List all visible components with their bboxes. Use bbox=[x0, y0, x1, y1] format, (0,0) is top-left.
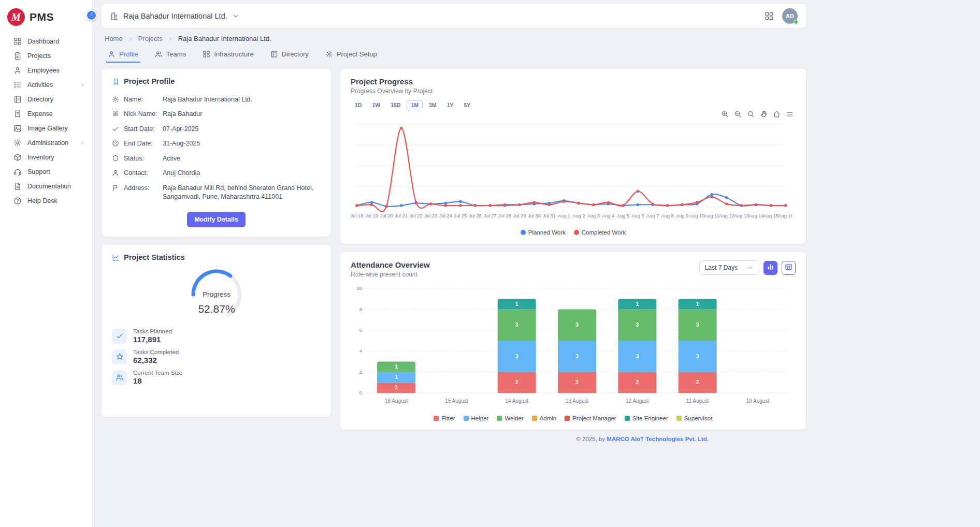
person-icon bbox=[108, 50, 116, 58]
legend-item-admin[interactable]: Admin bbox=[532, 415, 557, 421]
zoom-selection-icon[interactable] bbox=[747, 110, 755, 118]
breadcrumb: HomeProjectsRaja Bahadur International L… bbox=[105, 35, 803, 42]
avatar-initials: AD bbox=[786, 13, 794, 19]
zoom-in-icon[interactable] bbox=[721, 110, 729, 118]
chevron-down-icon bbox=[747, 265, 754, 271]
date-range-select[interactable]: Last 7 Days bbox=[699, 260, 759, 275]
legend-item-project-manager[interactable]: Project Manager bbox=[565, 415, 616, 421]
sidebar-item-dashboard[interactable]: Dashboard bbox=[0, 34, 92, 49]
legend-label: Admin bbox=[540, 415, 557, 421]
legend-marker bbox=[434, 416, 439, 421]
sidebar-collapse-button[interactable] bbox=[86, 10, 97, 21]
company-selector[interactable]: Raja Bahadur International Ltd. bbox=[110, 12, 239, 21]
progress-gauge: Progress52.87% bbox=[112, 265, 321, 325]
logo-text: PMS bbox=[30, 11, 54, 23]
zoom-out-icon[interactable] bbox=[734, 110, 742, 118]
field-value: Active bbox=[163, 154, 321, 164]
sidebar-item-administration[interactable]: Administration bbox=[0, 136, 92, 150]
apps-grid-icon[interactable] bbox=[765, 11, 774, 21]
people-icon bbox=[112, 370, 127, 385]
svg-text:Jul 26: Jul 26 bbox=[469, 213, 482, 218]
card-title: Attendance Overview bbox=[351, 260, 430, 269]
field-value: Raja Bahadur International Ltd. bbox=[163, 95, 321, 105]
sidebar-item-documentation[interactable]: Documentation bbox=[0, 179, 92, 194]
bar-chart-icon bbox=[767, 263, 774, 272]
chevron-left-icon bbox=[89, 11, 95, 19]
check-icon bbox=[112, 329, 127, 344]
chart-menu-icon[interactable] bbox=[786, 110, 794, 118]
reset-zoom-icon[interactable] bbox=[773, 110, 781, 118]
gear-icon bbox=[112, 96, 119, 103]
footer: © 2025, by MARCO AIoT Technologies Pvt. … bbox=[102, 436, 806, 442]
logo[interactable]: M PMS bbox=[0, 3, 92, 34]
sidebar-item-label: Image Gallery bbox=[27, 125, 68, 132]
svg-text:Jul 25: Jul 25 bbox=[454, 213, 467, 218]
legend-item-supervisor[interactable]: Supervisor bbox=[676, 415, 713, 421]
sidebar-item-label: Inventory bbox=[27, 154, 54, 161]
stat-value: 62,332 bbox=[133, 356, 179, 364]
field-value: 31-Aug-2025 bbox=[163, 139, 321, 149]
topbar: Raja Bahadur International Ltd. AD bbox=[102, 4, 806, 28]
tab-infrastructure[interactable]: Infrastructure bbox=[196, 46, 260, 63]
legend-item-site-engineer[interactable]: Site Engineer bbox=[625, 415, 668, 421]
footer-company-link[interactable]: MARCO AIoT Technologies Pvt. Ltd. bbox=[607, 436, 709, 442]
check-icon bbox=[112, 125, 119, 133]
svg-text:13 August: 13 August bbox=[566, 398, 589, 404]
svg-text:Aug 4: Aug 4 bbox=[602, 213, 614, 218]
legend-label: Site Engineer bbox=[632, 415, 668, 421]
sidebar-item-employees[interactable]: Employees bbox=[0, 63, 92, 78]
modify-details-button[interactable]: Modify Details bbox=[187, 212, 246, 227]
star-icon bbox=[112, 349, 127, 364]
attendance-chart[interactable]: 024681016 August11115 August14 August233… bbox=[351, 283, 792, 412]
field-value: 07-Apr-2025 bbox=[163, 125, 321, 134]
legend-label: Supervisor bbox=[684, 415, 713, 421]
project-progress-chart[interactable]: Jul 18Jul 19Jul 20Jul 21Jul 22Jul 23Jul … bbox=[351, 119, 792, 226]
range-button-5y[interactable]: 5Y bbox=[459, 100, 474, 110]
range-button-1d[interactable]: 1D bbox=[351, 100, 366, 110]
sidebar-item-image-gallery[interactable]: Image Gallery bbox=[0, 121, 92, 136]
sidebar-item-help-desk[interactable]: Help Desk bbox=[0, 194, 92, 208]
svg-text:10 August: 10 August bbox=[746, 398, 770, 404]
card-subtitle: Role-wise present count bbox=[351, 271, 430, 278]
bar-view-toggle[interactable] bbox=[763, 261, 777, 275]
stat-tasks-completed: Tasks Completed62,332 bbox=[112, 349, 321, 364]
card-title-row: Project Statistics bbox=[112, 253, 321, 261]
gear-icon bbox=[13, 139, 22, 147]
sidebar-item-inventory[interactable]: Inventory bbox=[0, 150, 92, 165]
svg-text:Aug 10: Aug 10 bbox=[689, 213, 704, 218]
sidebar-item-expense[interactable]: Expense bbox=[0, 107, 92, 121]
avatar[interactable]: AD bbox=[782, 8, 798, 24]
breadcrumb-item[interactable]: Home bbox=[105, 35, 123, 42]
stat-label: Tasks Planned bbox=[133, 328, 172, 334]
breadcrumb-item[interactable]: Raja Bahadur International Ltd. bbox=[178, 35, 271, 42]
range-button-1y[interactable]: 1Y bbox=[443, 100, 458, 110]
range-button-1m[interactable]: 1M bbox=[407, 100, 423, 110]
sidebar-item-support[interactable]: Support bbox=[0, 165, 92, 179]
legend-item-completed-work[interactable]: Completed Work bbox=[574, 229, 626, 236]
legend-item-planned-work[interactable]: Planned Work bbox=[521, 229, 566, 236]
range-button-15d[interactable]: 15D bbox=[386, 100, 405, 110]
pan-icon[interactable] bbox=[760, 110, 768, 118]
legend-item-fitter[interactable]: Fitter bbox=[434, 415, 455, 421]
sidebar-item-directory[interactable]: Directory bbox=[0, 92, 92, 107]
svg-text:Aug 1: Aug 1 bbox=[558, 213, 570, 218]
table-icon bbox=[785, 263, 792, 272]
flag-icon bbox=[112, 184, 119, 192]
range-button-3m[interactable]: 3M bbox=[425, 100, 441, 110]
breadcrumb-item[interactable]: Projects bbox=[138, 35, 163, 42]
tab-project-setup[interactable]: Project Setup bbox=[319, 46, 383, 63]
table-view-toggle[interactable] bbox=[782, 261, 796, 275]
range-buttons: 1D1W15D1M3M1Y5Y bbox=[351, 100, 796, 110]
tab-profile[interactable]: Profile bbox=[102, 46, 145, 63]
tab-directory[interactable]: Directory bbox=[264, 46, 315, 63]
svg-text:3: 3 bbox=[515, 353, 518, 359]
range-button-1w[interactable]: 1W bbox=[368, 100, 384, 110]
tab-teams[interactable]: Teams bbox=[149, 46, 192, 63]
legend-item-welder[interactable]: Welder bbox=[497, 415, 523, 421]
legend-item-helper[interactable]: Helper bbox=[464, 415, 489, 421]
sidebar-item-activities[interactable]: Activities bbox=[0, 78, 92, 92]
shield-icon bbox=[112, 155, 119, 162]
sidebar-item-projects[interactable]: Projects bbox=[0, 49, 92, 63]
legend-label: Project Manager bbox=[572, 415, 616, 421]
sidebar-nav: DashboardProjectsEmployeesActivitiesDire… bbox=[0, 34, 92, 208]
